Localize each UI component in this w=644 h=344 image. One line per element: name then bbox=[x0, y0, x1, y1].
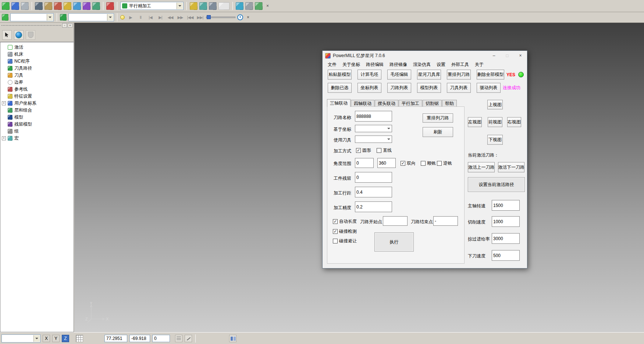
menu-external-tools[interactable]: 外部工具 bbox=[448, 60, 472, 69]
tolerance-input[interactable] bbox=[355, 201, 392, 212]
panel-drag-grip[interactable] bbox=[1, 24, 61, 27]
tool-list-button[interactable]: 刀具列表 bbox=[447, 83, 471, 93]
view-top-button[interactable]: 上视图 bbox=[487, 100, 503, 109]
tree-item-patterns[interactable]: 参考线 bbox=[0, 86, 74, 93]
combo-arrow-icon[interactable] bbox=[47, 14, 53, 21]
toolbar-close-icon[interactable]: × bbox=[245, 14, 251, 21]
pillar-icon[interactable] bbox=[45, 2, 52, 10]
angle-max-input[interactable] bbox=[377, 158, 396, 168]
tree-item-workplanes[interactable]: + 用户坐标系 bbox=[0, 100, 74, 107]
layers-edit-icon[interactable] bbox=[92, 2, 100, 10]
menu-render-sim[interactable]: 渲染仿真 bbox=[410, 60, 434, 69]
checkbox-box[interactable] bbox=[333, 229, 338, 234]
globe-button[interactable] bbox=[14, 30, 24, 40]
pencil-icon[interactable] bbox=[64, 2, 71, 10]
view-front-button[interactable]: 前视图 bbox=[488, 117, 502, 127]
panel-float-icon[interactable]: ▫ bbox=[62, 23, 67, 28]
step-back-button[interactable]: |◀ bbox=[146, 14, 154, 21]
toolpath-combobox[interactable] bbox=[68, 13, 114, 21]
tab-swivel-head[interactable]: 摆头联动 bbox=[375, 100, 398, 107]
checkbox-box[interactable] bbox=[421, 161, 426, 166]
layers-icon[interactable] bbox=[2, 2, 10, 10]
line-checkbox[interactable]: 直线 bbox=[377, 147, 392, 154]
strategy-combobox[interactable]: 平行精加工 bbox=[120, 2, 184, 10]
compute-stock-button[interactable]: 计算毛坯 bbox=[357, 70, 381, 80]
drive-list-button[interactable]: 驱动列表 bbox=[477, 83, 501, 93]
model-list-button[interactable]: 模型列表 bbox=[417, 83, 441, 93]
climb-mill-checkbox[interactable]: 顺铣 bbox=[421, 160, 436, 166]
tree-item-groups[interactable]: 组 bbox=[0, 128, 74, 135]
base-coordinate-combobox[interactable] bbox=[355, 125, 392, 132]
toolpath-icon[interactable] bbox=[60, 14, 67, 21]
minimize-button[interactable]: – bbox=[487, 51, 501, 60]
menu-settings[interactable]: 设置 bbox=[434, 60, 448, 69]
yes-toggle[interactable]: YES bbox=[506, 72, 515, 77]
calculator-icon[interactable] bbox=[218, 2, 230, 10]
start-point-input[interactable] bbox=[383, 216, 408, 226]
tab-parallel[interactable]: 平行加工 bbox=[399, 100, 422, 107]
tree-item-levels-sets[interactable]: 层和组合 bbox=[0, 107, 74, 114]
toolpath-name-input[interactable] bbox=[355, 111, 392, 122]
stepover-input[interactable] bbox=[355, 187, 392, 197]
tool-library-button[interactable]: 星河刀具库 bbox=[417, 70, 441, 80]
tree-item-macros[interactable]: + 宏 bbox=[0, 135, 74, 142]
go-to-start-button[interactable]: |◀◀ bbox=[186, 14, 194, 21]
step-forward-button[interactable]: ▶| bbox=[156, 14, 164, 21]
menu-about[interactable]: 关于 bbox=[472, 60, 487, 69]
fast-forward-button[interactable]: ▶▶ bbox=[176, 14, 184, 21]
bidirectional-checkbox[interactable]: 双向 bbox=[401, 160, 416, 166]
tree-item-boundaries[interactable]: 边界 bbox=[0, 79, 74, 86]
diamond-tool-icon[interactable] bbox=[83, 2, 90, 10]
layers-icon[interactable] bbox=[2, 14, 8, 21]
spindle-speed-input[interactable] bbox=[492, 200, 520, 211]
go-to-end-button[interactable]: ▶▶| bbox=[196, 14, 204, 21]
combo-arrow-icon[interactable] bbox=[177, 3, 183, 9]
toolbar-close-icon[interactable]: × bbox=[264, 3, 271, 9]
combo-arrow-icon[interactable] bbox=[33, 335, 40, 342]
delete-selected-button[interactable]: 删除已选 bbox=[328, 83, 352, 93]
tab-4axis[interactable]: 四轴联动 bbox=[351, 100, 374, 107]
checkbox-box[interactable] bbox=[401, 161, 405, 166]
red-tool-icon[interactable] bbox=[106, 2, 114, 10]
plunge-feed-input[interactable] bbox=[492, 250, 520, 261]
simulation-speed-slider[interactable] bbox=[206, 14, 235, 20]
paste-new-model-button[interactable]: 粘贴新模型 bbox=[328, 70, 352, 80]
skim-feed-input[interactable] bbox=[492, 233, 520, 244]
tree-item-activate[interactable]: 激活 bbox=[0, 44, 74, 51]
measure-icon[interactable] bbox=[199, 2, 207, 10]
panels-icon[interactable] bbox=[229, 335, 236, 342]
menu-coords[interactable]: 关于坐标 bbox=[339, 60, 363, 69]
clock-icon[interactable] bbox=[237, 14, 243, 20]
shield-button[interactable] bbox=[26, 30, 35, 40]
grid-table-icon[interactable] bbox=[209, 2, 217, 10]
end-point-input[interactable] bbox=[433, 216, 458, 226]
yellow-tool-icon[interactable] bbox=[190, 2, 198, 10]
rearrange-toolpaths-button-2[interactable]: 重排列刀路 bbox=[423, 113, 453, 123]
circle-checkbox[interactable]: 圆形 bbox=[356, 147, 371, 154]
tree-item-models[interactable]: 模型 bbox=[0, 114, 74, 121]
save-icon[interactable] bbox=[11, 2, 19, 10]
y-axis-button[interactable]: Y bbox=[52, 335, 60, 342]
nc-program-combobox[interactable] bbox=[10, 13, 54, 21]
pencil-icon[interactable] bbox=[185, 335, 192, 342]
coordinate-y-field[interactable]: -69.918 bbox=[129, 335, 150, 342]
tree-item-machine[interactable]: 机床 bbox=[0, 51, 74, 58]
rewind-button[interactable]: ◀◀ bbox=[166, 14, 174, 21]
angle-min-input[interactable] bbox=[355, 158, 374, 168]
rearrange-toolpaths-button[interactable]: 重排列刀路 bbox=[447, 70, 471, 80]
view-left-button[interactable]: 左视图 bbox=[468, 117, 482, 127]
panel-close-icon[interactable]: × bbox=[68, 23, 72, 28]
tree-item-tools[interactable]: 刀具 bbox=[0, 72, 74, 79]
tab-3axis[interactable]: 三轴联动 bbox=[327, 99, 351, 107]
checkbox-box[interactable] bbox=[437, 161, 442, 166]
menu-path-mirror[interactable]: 路径镜像 bbox=[387, 60, 410, 69]
collision-avoid-checkbox[interactable]: 碰撞避让 bbox=[333, 238, 357, 244]
refresh-button[interactable]: 刷新 bbox=[423, 127, 453, 137]
view-bottom-button[interactable]: 下视图 bbox=[487, 135, 503, 145]
expand-icon[interactable]: + bbox=[2, 101, 6, 105]
panel-header[interactable]: ▫ × bbox=[0, 23, 74, 28]
play-button[interactable]: ▶ bbox=[127, 14, 135, 21]
checkbox-box[interactable] bbox=[356, 148, 361, 153]
collision-check-checkbox[interactable]: 碰撞检测 bbox=[333, 228, 357, 235]
axes-icon[interactable] bbox=[54, 2, 62, 10]
